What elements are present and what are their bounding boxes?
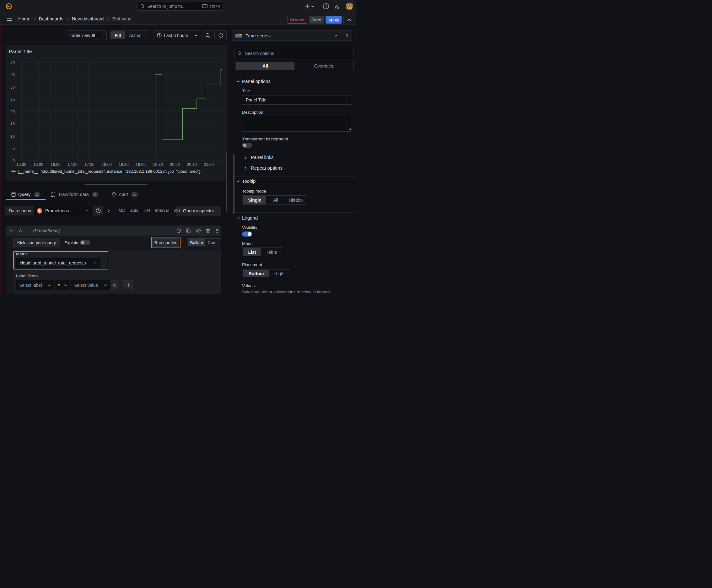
svg-text:20: 20 [10, 110, 15, 114]
svg-text:20:30: 20:30 [187, 162, 196, 167]
svg-text:16:30: 16:30 [50, 162, 60, 167]
svg-text:5: 5 [13, 146, 15, 151]
svg-text:30: 30 [10, 85, 15, 89]
svg-text:15: 15 [10, 122, 15, 126]
svg-text:40: 40 [10, 61, 15, 65]
svg-text:0: 0 [13, 159, 15, 163]
svg-text:10: 10 [10, 134, 15, 139]
svg-text:20:00: 20:00 [170, 162, 179, 167]
svg-text:18:30: 18:30 [118, 162, 128, 167]
svg-text:18:00: 18:00 [102, 162, 111, 167]
svg-text:15:30: 15:30 [16, 162, 26, 167]
svg-text:25: 25 [10, 97, 15, 102]
svg-text:17:30: 17:30 [84, 162, 94, 167]
svg-text:17:00: 17:00 [67, 162, 77, 167]
svg-text:16:00: 16:00 [33, 162, 43, 167]
svg-text:{__name__="cloudflared_tunnel_: {__name__="cloudflared_tunnel_total_requ… [18, 169, 201, 174]
svg-text:35: 35 [10, 73, 15, 77]
svg-text:19:30: 19:30 [153, 162, 163, 167]
svg-text:19:00: 19:00 [136, 162, 145, 167]
svg-text:21:00: 21:00 [204, 162, 214, 167]
